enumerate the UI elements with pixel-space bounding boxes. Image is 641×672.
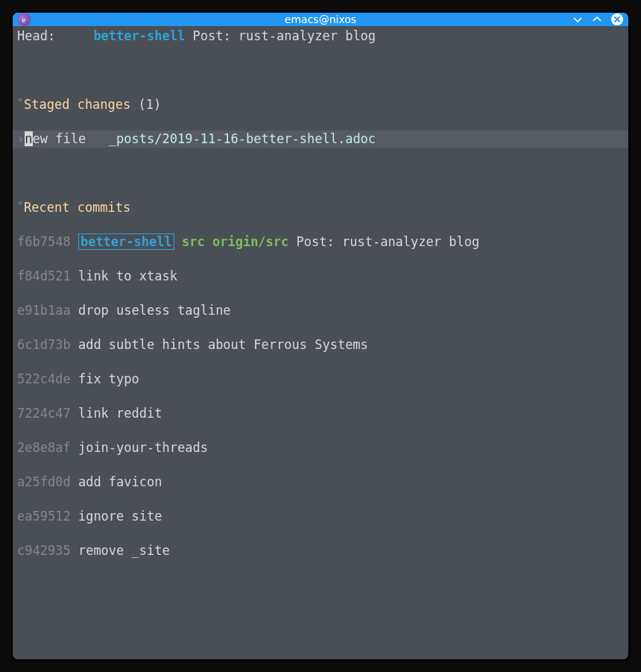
commit-line[interactable]: f6b7548 better-shell src origin/src Post… — [17, 233, 624, 251]
titlebar: e emacs@nixos — [13, 13, 628, 26]
commit-branch: better-shell — [78, 233, 174, 250]
staged-file-line[interactable]: ›new file _posts/2019-11-16-better-shell… — [13, 131, 628, 148]
commit-line[interactable]: c942935 remove _site — [17, 542, 624, 559]
emacs-icon: e — [17, 13, 31, 26]
magit-buffer[interactable]: Head: better-shell Post: rust-analyzer b… — [13, 26, 628, 662]
head-branch: better-shell — [93, 28, 185, 43]
maximize-icon[interactable] — [591, 13, 603, 25]
close-icon[interactable] — [610, 13, 624, 26]
commit-hash: e91b1aa — [17, 303, 71, 318]
cursor: n — [25, 131, 32, 146]
commit-line[interactable]: e91b1aa drop useless tagline — [17, 302, 624, 319]
commit-hash: f6b7548 — [17, 234, 71, 249]
commit-line[interactable]: 6c1d73b add subtle hints about Ferrous S… — [17, 336, 624, 354]
recent-heading[interactable]: ˅Recent commits — [17, 199, 624, 216]
commit-hash: 6c1d73b — [17, 337, 71, 352]
staged-file: _posts/2019-11-16-better-shell.adoc — [109, 131, 376, 146]
chevron-down-icon: ˅ — [17, 97, 24, 112]
head-line: Head: better-shell Post: rust-analyzer b… — [17, 28, 624, 45]
commit-hash: a25fd0d — [17, 474, 71, 489]
commit-hash: c942935 — [17, 543, 71, 558]
chevron-right-icon: › — [17, 131, 25, 146]
head-message: Post: rust-analyzer blog — [192, 28, 376, 43]
commit-line[interactable]: 2e8e8af join-your-threads — [17, 439, 624, 456]
commit-line[interactable]: ea59512 ignore site — [17, 508, 624, 525]
commit-hash: 2e8e8af — [17, 440, 71, 455]
minimize-icon[interactable] — [572, 13, 584, 25]
staged-heading[interactable]: ˅Staged changes (1) — [17, 96, 624, 113]
emacs-window: e emacs@nixos Head: better-shell Post: r… — [10, 10, 631, 662]
commit-line[interactable]: f84d521 link to xtask — [17, 268, 624, 285]
commit-hash: ea59512 — [17, 509, 71, 524]
commit-hash: f84d521 — [17, 269, 71, 283]
commit-hash: 7224c47 — [17, 406, 71, 421]
window-title: emacs@nixos — [13, 13, 628, 25]
commit-line[interactable]: a25fd0d add favicon — [17, 474, 624, 491]
chevron-down-icon: ˅ — [17, 200, 24, 215]
commit-line[interactable]: 522c4de fix typo — [17, 371, 624, 388]
commit-hash: 522c4de — [17, 371, 71, 386]
commit-line[interactable]: 7224c47 link reddit — [17, 405, 624, 422]
